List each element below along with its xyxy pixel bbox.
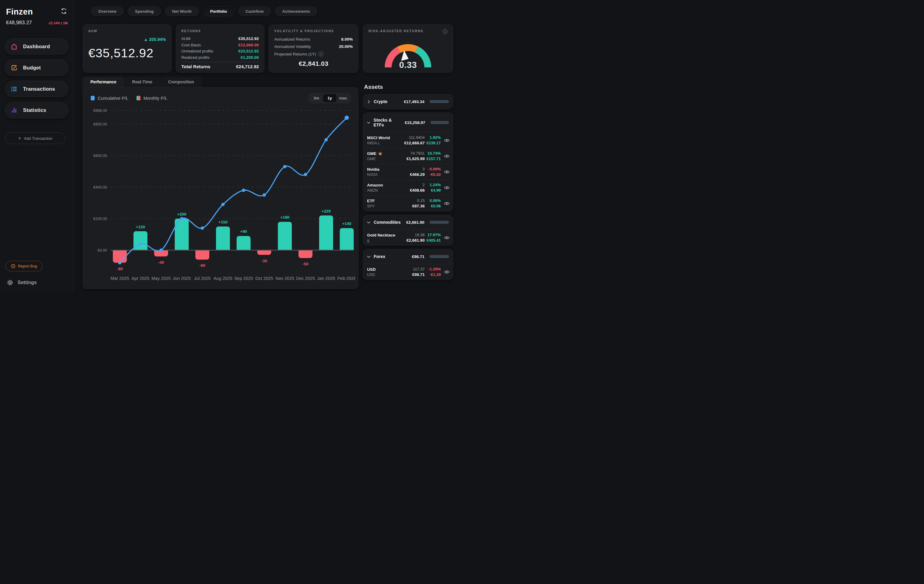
holding-name: ETF xyxy=(367,199,400,203)
watch-toggle[interactable] xyxy=(442,154,450,158)
line-point-May 2025[interactable] xyxy=(160,248,163,252)
volatility-card: VOLATILITY & PROJECTIONS Annualized Retu… xyxy=(269,24,358,73)
chevron-down-icon xyxy=(366,120,371,125)
sidebar-item-transactions[interactable]: Transactions xyxy=(4,81,69,97)
asset-group-header[interactable]: Crypto €17,493.34 xyxy=(363,94,453,109)
line-point-Apr 2025[interactable] xyxy=(139,242,142,246)
volatility-row-value: 20.00% xyxy=(339,44,353,49)
bar-Feb 2026[interactable] xyxy=(340,228,354,250)
sidebar-item-label: Budget xyxy=(23,65,41,71)
eye-icon xyxy=(444,138,450,143)
range-max[interactable]: max xyxy=(337,94,350,102)
tab-net-worth[interactable]: Net Worth xyxy=(165,7,199,16)
holding-row-amzn[interactable]: Amazon AMZN 2 €408.66 1.24% €4.99 xyxy=(363,179,453,195)
holding-name: Nvidia xyxy=(367,167,400,172)
chart-body: Cumulative P/L Monthly P/L 3m1ymax €886.… xyxy=(82,87,358,289)
watch-toggle[interactable] xyxy=(442,170,450,174)
bar-Jul 2025[interactable] xyxy=(195,250,209,260)
holding-row-usd[interactable]: USD USD 117.37 €98.71 -1.29% -€1.29 xyxy=(363,264,453,280)
holding-row-iwda.l[interactable]: MSCI World IWDA.L 111.9404 €12,668.67 1.… xyxy=(363,132,453,148)
holding-percent-change: 1.24% xyxy=(425,183,441,187)
range-3m[interactable]: 3m xyxy=(310,94,323,102)
bar-Nov 2025[interactable] xyxy=(278,222,292,250)
assets-panel: Crypto €17,493.34 Stocks & ETFs €15,258.… xyxy=(363,94,453,283)
sidebar-item-dashboard[interactable]: Dashboard xyxy=(4,38,69,55)
sidebar-item-label: Dashboard xyxy=(23,44,50,49)
bar-Mar 2025[interactable] xyxy=(113,250,127,263)
line-point-Dec 2025[interactable] xyxy=(304,173,307,176)
chart-tab-performance[interactable]: Performance xyxy=(82,77,124,87)
x-axis-label: Mar 2025 xyxy=(111,276,129,281)
info-icon[interactable]: i xyxy=(442,29,447,34)
watch-toggle[interactable] xyxy=(442,270,450,274)
bar-Aug 2025[interactable] xyxy=(216,227,230,250)
watch-toggle[interactable] xyxy=(442,201,450,206)
holding-row-g[interactable]: Gold Necklace g 19.36 €2,661.90 17.97% €… xyxy=(363,230,453,245)
line-point-Aug 2025[interactable] xyxy=(221,203,225,206)
asset-group-crypto: Crypto €17,493.34 xyxy=(363,94,453,109)
monkey-emoji-icon xyxy=(378,151,383,156)
watch-toggle[interactable] xyxy=(442,186,450,190)
total-returns-label: Total Returns xyxy=(182,64,211,69)
range-1y[interactable]: 1y xyxy=(323,94,337,102)
main-content: OverviewSpendingNet WorthPortfolioCashfl… xyxy=(73,0,462,292)
line-point-Feb 2026[interactable] xyxy=(345,115,349,120)
bar-Oct 2025[interactable] xyxy=(257,250,271,255)
watch-toggle[interactable] xyxy=(442,235,450,240)
x-axis-label: Jun 2025 xyxy=(173,276,191,281)
holding-value-change: €0.06 xyxy=(425,204,441,208)
holding-row-nvda[interactable]: Nvidia NVDA 3 €468.29 -0.09% -€0.42 xyxy=(363,164,453,179)
line-point-Oct 2025[interactable] xyxy=(263,194,266,197)
report-bug-button[interactable]: Report Bug xyxy=(5,261,43,271)
returns-row-label: Cost Basis xyxy=(182,43,201,47)
tab-overview[interactable]: Overview xyxy=(91,7,124,16)
bar-value-label: +140 xyxy=(342,221,351,226)
bar-Dec 2025[interactable] xyxy=(299,250,312,258)
bar-value-label: +150 xyxy=(218,220,228,224)
risk-gauge-value: 0.33 xyxy=(399,60,417,70)
tab-portfolio[interactable]: Portfolio xyxy=(203,7,234,16)
chart-tab-composition[interactable]: Composition xyxy=(160,77,202,87)
tab-cashflow[interactable]: Cashflow xyxy=(238,7,271,16)
bar-Jan 2026[interactable] xyxy=(319,216,333,250)
tab-spending[interactable]: Spending xyxy=(128,7,161,16)
bar-value-label: +120 xyxy=(136,225,145,229)
sidebar-nav: DashboardBudgetTransactionsStatistics xyxy=(4,38,69,118)
line-point-Jun 2025[interactable] xyxy=(180,217,183,220)
holding-value-change: €405.41 xyxy=(425,238,441,243)
allocation-bar xyxy=(429,221,449,224)
performance-chart-panel: PerformanceReal-TimeComposition Cumulati… xyxy=(82,77,358,289)
asset-group-header[interactable]: Forex €98.71 xyxy=(363,249,453,264)
bar-value-label: +200 xyxy=(177,212,186,217)
line-point-Mar 2025[interactable] xyxy=(118,261,122,265)
sidebar-item-statistics[interactable]: Statistics xyxy=(4,102,69,118)
line-point-Jul 2025[interactable] xyxy=(201,227,204,230)
bar-Sep 2025[interactable] xyxy=(237,236,251,250)
asset-group-value: €98.71 xyxy=(412,254,424,259)
chart-legend: Cumulative P/L Monthly P/L xyxy=(91,95,167,101)
line-point-Sep 2025[interactable] xyxy=(242,189,246,192)
add-transaction-button[interactable]: + Add Transaction xyxy=(5,133,65,144)
sidebar-item-budget[interactable]: Budget xyxy=(4,59,69,76)
holding-percent-change: 10.74% xyxy=(425,151,441,156)
volatility-rows: Annualized Returns 8.00%Annualized Volat… xyxy=(274,37,353,56)
tab-achievements[interactable]: Achievements xyxy=(275,7,317,16)
chevron-down-icon xyxy=(366,220,371,225)
asset-group-header[interactable]: Stocks & ETFs €15,258.97 xyxy=(363,113,453,132)
line-point-Nov 2025[interactable] xyxy=(283,165,287,168)
settings-button[interactable]: Settings xyxy=(7,279,69,286)
line-point-Jan 2026[interactable] xyxy=(325,138,328,141)
balance-change: -12.14% | 1M xyxy=(48,21,68,25)
allocation-bar xyxy=(429,255,449,258)
volatility-row-label: Annualized Returns xyxy=(274,37,310,41)
refresh-button[interactable] xyxy=(60,7,68,16)
holding-row-gme[interactable]: GME GME 74.7931 €1,625.99 10.74% €157.71 xyxy=(363,148,453,164)
asset-group-header[interactable]: Commodities €2,661.90 xyxy=(363,215,453,230)
watch-toggle[interactable] xyxy=(442,138,450,143)
chart-tab-real-time[interactable]: Real-Time xyxy=(124,77,160,87)
info-icon[interactable]: i xyxy=(318,51,323,56)
holding-ticker: IWDA.L xyxy=(367,141,400,145)
holding-row-spy[interactable]: ETF SPY 0.15 €87.36 0.06% €0.06 xyxy=(363,195,453,211)
total-balance: €48,983.27 xyxy=(6,20,32,25)
eye-icon xyxy=(444,201,450,206)
